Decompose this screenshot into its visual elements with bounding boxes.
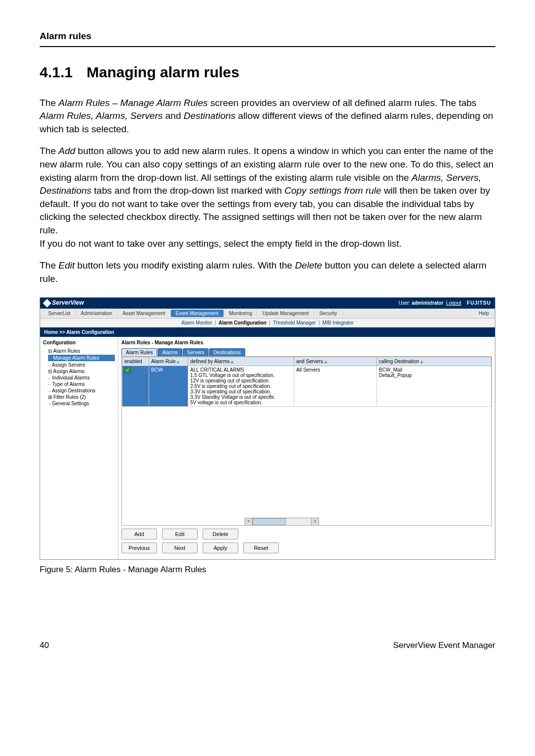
- menu-item[interactable]: Monitoring: [224, 310, 258, 317]
- apply-button[interactable]: Apply: [203, 542, 238, 553]
- column-header[interactable]: Alarm Rule ▵: [149, 357, 188, 366]
- tree-item[interactable]: Assign Alarms: [48, 369, 115, 374]
- header-rule: [40, 46, 495, 47]
- tree-item[interactable]: Type of Alarms: [48, 381, 115, 387]
- page-footer: 40 ServerView Event Manager: [40, 640, 495, 651]
- alarm-rules-table: enabledAlarm Rule ▵defined by Alarms ▵an…: [122, 357, 491, 407]
- section-title: 4.1.1Managing alarm rules: [40, 62, 495, 83]
- column-header[interactable]: enabled: [122, 357, 149, 366]
- column-header[interactable]: defined by Alarms ▵: [188, 357, 294, 366]
- tab[interactable]: Destinations: [209, 348, 245, 356]
- column-header[interactable]: calling Destination ▵: [376, 357, 491, 366]
- menu-item[interactable]: Asset Management: [117, 310, 170, 317]
- tree-item[interactable]: Manage Alarm Rules: [48, 355, 115, 361]
- submenu-item[interactable]: Alarm Monitor: [178, 320, 215, 325]
- scroll-right-arrow-icon[interactable]: >: [311, 518, 319, 526]
- menu-item[interactable]: Security: [314, 310, 342, 317]
- button-bar: AddEditDelete PreviousNextApplyReset: [121, 529, 492, 553]
- main-panel-title: Alarm Rules - Manage Alarm Rules: [121, 340, 492, 345]
- logout-link[interactable]: Logout: [446, 300, 462, 306]
- page-number: 40: [40, 640, 49, 651]
- tree-item[interactable]: Filter Rules (2): [48, 394, 115, 400]
- add-button[interactable]: Add: [121, 529, 157, 540]
- paragraph-2: The Add button allows you to add new ala…: [40, 145, 495, 250]
- tab-bar: Alarm RulesAlarmsServersDestinations: [121, 348, 492, 356]
- vendor-logo: FUJITSU: [467, 300, 491, 306]
- brand-icon: [43, 299, 52, 307]
- table-row[interactable]: ✓ BCW ALL CRITICAL ALARMS1.5 GTL Voltage…: [122, 366, 491, 406]
- figure-caption: Figure 5: Alarm Rules - Manage Alarm Rul…: [40, 564, 495, 576]
- reset-button[interactable]: Reset: [243, 542, 279, 553]
- figure-menubar: ServerListAdministrationAsset Management…: [40, 309, 495, 319]
- brand-text: ServerView: [52, 300, 84, 306]
- breadcrumb: Home >> Alarm Configuration: [40, 327, 495, 337]
- previous-button[interactable]: Previous: [121, 542, 157, 553]
- column-header[interactable]: and Servers ▵: [294, 357, 377, 366]
- submenu-item[interactable]: Threshold Manager: [270, 320, 320, 325]
- menu-item[interactable]: Administration: [76, 310, 117, 317]
- enabled-checkbox[interactable]: ✓: [124, 367, 131, 374]
- tree-item[interactable]: Alarm Rules: [48, 348, 115, 354]
- menu-item[interactable]: Event Management: [171, 310, 224, 317]
- tree-item[interactable]: Assign Destinations: [48, 388, 115, 393]
- section-number: 4.1.1: [40, 64, 73, 80]
- paragraph-3: The Edit button lets you modify existing…: [40, 259, 495, 285]
- section-title-text: Managing alarm rules: [87, 64, 239, 80]
- doc-title: ServerView Event Manager: [393, 640, 495, 651]
- tree-item[interactable]: Assign Servers: [48, 362, 115, 368]
- submenu-item[interactable]: Alarm Configuration: [215, 320, 270, 325]
- submenu-item[interactable]: MIB Integrator: [320, 320, 357, 325]
- tab[interactable]: Alarms: [158, 348, 182, 356]
- delete-button[interactable]: Delete: [203, 529, 238, 540]
- edit-button[interactable]: Edit: [162, 529, 198, 540]
- user-name: administrator: [412, 300, 443, 306]
- section-header: Alarm rules: [40, 30, 495, 43]
- cell-servers: All Servers: [294, 366, 377, 406]
- menu-item[interactable]: Update Management: [258, 310, 314, 317]
- paragraph-1: The Alarm Rules – Manage Alarm Rules scr…: [40, 97, 495, 136]
- menu-item[interactable]: ServerList: [43, 310, 76, 317]
- tree-title: Configuration: [43, 340, 115, 345]
- horizontal-scrollbar[interactable]: < >: [245, 518, 319, 525]
- next-button[interactable]: Next: [162, 542, 198, 553]
- scroll-left-arrow-icon[interactable]: <: [245, 518, 253, 526]
- cell-rule: BCW: [149, 366, 188, 406]
- table-wrap: enabledAlarm Rule ▵defined by Alarms ▵an…: [121, 356, 492, 526]
- figure-main: Alarm Rules - Manage Alarm Rules Alarm R…: [118, 337, 495, 559]
- figure-screenshot: ServerView User: administrator Logout FU…: [40, 297, 495, 559]
- figure-submenubar: Alarm MonitorAlarm ConfigurationThreshol…: [40, 319, 495, 327]
- user-info: User: administrator Logout FUJITSU: [398, 300, 491, 306]
- brand: ServerView: [44, 300, 84, 306]
- tab[interactable]: Alarm Rules: [121, 348, 157, 356]
- cell-destinations: BCW_MailDefault_Popup: [379, 367, 489, 378]
- config-tree: Configuration Alarm RulesManage Alarm Ru…: [40, 337, 118, 559]
- tree-item[interactable]: Individual Alarms: [48, 375, 115, 380]
- figure-topbar: ServerView User: administrator Logout FU…: [40, 298, 495, 308]
- tab[interactable]: Servers: [183, 348, 209, 356]
- tree-item[interactable]: General Settings: [48, 401, 115, 406]
- cell-alarms: ALL CRITICAL ALARMS1.5 GTL Voltage is ou…: [190, 367, 292, 405]
- help-link[interactable]: Help: [476, 310, 492, 317]
